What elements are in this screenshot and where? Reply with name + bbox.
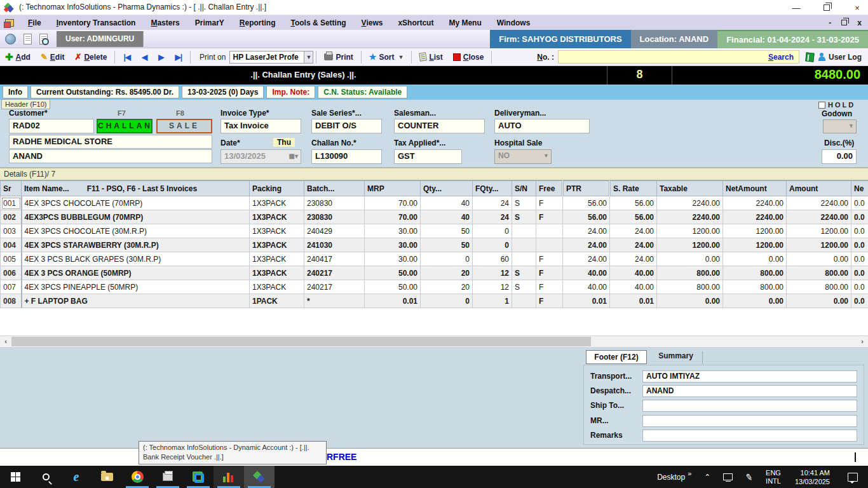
date-input[interactable]: 13/03/2025▦▾ [220, 149, 301, 164]
user-log-button[interactable]: User Log [829, 53, 868, 62]
hold-checkbox[interactable]: HOLD [818, 101, 855, 109]
pen-icon[interactable]: ✎ [738, 470, 760, 484]
cn-status-badge[interactable]: C.N. Status: Available [318, 86, 407, 98]
restore-button-icon[interactable] [824, 4, 830, 11]
list-button[interactable]: List [414, 53, 447, 62]
new-document-icon[interactable] [24, 34, 32, 44]
calendar-icon[interactable]: ▦▾ [289, 152, 298, 159]
important-note-badge[interactable]: Imp. Note: [266, 86, 315, 98]
column-header[interactable]: Ne [851, 181, 868, 196]
challan-no-input[interactable]: L130090 [311, 149, 382, 164]
column-header[interactable]: MRP [365, 181, 421, 196]
nav-last-button[interactable]: ▶| [170, 53, 188, 62]
user-log-person-icon[interactable] [818, 53, 826, 61]
toolbar-overflow-chevron-icon[interactable]: » [686, 470, 698, 477]
menu-masters[interactable]: Masters [143, 18, 187, 27]
nav-first-button[interactable]: |◀ [118, 53, 136, 62]
column-header[interactable]: S. Rate [610, 181, 657, 196]
menu-primary[interactable]: PrimarY [187, 18, 232, 27]
menu-xshortcut[interactable]: xShortcut [390, 18, 441, 27]
horizontal-scrollbar[interactable]: ‹ › [0, 336, 868, 347]
column-header[interactable]: Free [536, 181, 563, 196]
menu-file[interactable]: File [20, 18, 49, 27]
table-row[interactable]: 008+ F LAPTOP BAG1PACK*0.0101F0.010.010.… [1, 294, 868, 308]
mdi-close-icon[interactable]: x [857, 18, 862, 27]
table-row[interactable]: 0024EX3PCS BUBBLEGUM (70MRP)1X3PACK23083… [1, 210, 868, 224]
transport-input[interactable]: AUTO IMTIYAZ [642, 370, 857, 383]
search-button[interactable]: Search [763, 53, 799, 62]
network-icon[interactable] [723, 473, 733, 480]
close-form-button[interactable]: Close [448, 53, 489, 62]
godown-select[interactable]: ▼ [823, 119, 857, 133]
salesman-input[interactable]: COUNTER [394, 119, 485, 133]
scroll-left-icon[interactable]: ‹ [0, 336, 11, 347]
start-button[interactable] [0, 466, 31, 488]
column-header[interactable]: FQty... [473, 181, 512, 196]
print-button[interactable]: Print [319, 53, 358, 62]
menu-tools-setting[interactable]: Tools & Setting [283, 18, 353, 27]
globe-icon[interactable] [5, 34, 16, 44]
taskbar-chrome-button[interactable] [122, 466, 153, 488]
discount-input[interactable]: 0.00 [822, 149, 857, 164]
menu-reporting[interactable]: Reporting [232, 18, 283, 27]
language-indicator[interactable]: ENG INTL [759, 469, 787, 485]
book-icon[interactable] [805, 52, 814, 62]
invoice-type-input[interactable]: Tax Invoice [220, 119, 301, 133]
taskbar-printer-app-button[interactable] [153, 466, 183, 488]
close-button-icon[interactable]: × [851, 3, 863, 13]
tax-applied-input[interactable]: GST [394, 149, 462, 164]
table-row[interactable]: 0014EX 3PCS CHOCOLATE (70MRP)1X3PACK2308… [1, 196, 868, 210]
deliveryman-input[interactable]: AUTO [494, 119, 590, 133]
mdi-restore-icon[interactable] [841, 20, 847, 25]
mr-input[interactable] [642, 415, 857, 427]
nav-next-button[interactable]: ▶ [153, 53, 169, 62]
mdi-minimize-icon[interactable]: - [829, 18, 831, 27]
customer-code-input[interactable]: RAD02 [9, 119, 94, 133]
desktop-toolbar-label[interactable]: Desktop [657, 473, 686, 482]
table-row[interactable]: 0034EX 3PCS CHOCOLATE (30M.R.P)1X3PACK24… [1, 224, 868, 238]
menu-my-menu[interactable]: My Menu [441, 18, 489, 27]
printer-select-caret-icon[interactable]: ▼ [304, 51, 313, 64]
menu-inventory-transaction[interactable]: Inventory Transaction [49, 18, 144, 27]
remarks-input[interactable] [642, 430, 857, 442]
despatch-input[interactable]: ANAND [642, 385, 857, 397]
column-header[interactable]: Taxable [657, 181, 723, 196]
taskbar-pharma-app-button[interactable] [244, 466, 275, 488]
ship-to-input[interactable] [642, 400, 857, 412]
taskbar-explorer-button[interactable] [92, 466, 122, 488]
column-header[interactable]: Qty... [421, 181, 473, 196]
show-hidden-icons-button[interactable]: ⌃ [698, 473, 717, 482]
customer-name-input[interactable]: RADHE MEDICAL STORE [9, 135, 212, 149]
column-header[interactable]: S/N [512, 181, 536, 196]
column-header[interactable]: Packing [250, 181, 304, 196]
column-header[interactable]: Sr [1, 181, 22, 196]
number-search-input[interactable] [559, 53, 763, 62]
checkbox-icon[interactable] [818, 102, 825, 109]
taskbar-chart-app-button[interactable] [214, 466, 244, 488]
tab-info[interactable]: Info [3, 86, 28, 98]
table-row[interactable]: 0064EX 3 PCS ORANGE (50MRP)1X3PACK240217… [1, 266, 868, 280]
mdi-child-icon[interactable] [5, 19, 14, 27]
menu-views[interactable]: Views [354, 18, 391, 27]
tab-footer-f12[interactable]: Footer (F12) [586, 350, 647, 364]
column-header[interactable]: PTR [563, 181, 610, 196]
minimize-button-icon[interactable]: — [790, 3, 802, 13]
scrollbar-thumb[interactable] [11, 337, 591, 346]
column-header[interactable]: NetAmount [723, 181, 787, 196]
scroll-right-icon[interactable]: › [857, 336, 868, 347]
sort-button[interactable]: ★Sort▼ [364, 52, 409, 62]
print-preview-icon[interactable] [39, 34, 48, 44]
nav-prev-button[interactable]: ◀ [136, 53, 153, 62]
tab-summary[interactable]: Summary [649, 351, 703, 364]
table-row[interactable]: 0044EX 3PCS STARAWBERRY (30M.R.P)1X3PACK… [1, 238, 868, 252]
column-header[interactable]: Batch... [304, 181, 365, 196]
menu-windows[interactable]: Windows [489, 18, 538, 27]
action-center-icon[interactable] [848, 473, 858, 482]
hospital-sale-select[interactable]: NO▼ [494, 149, 552, 164]
customer-city-input[interactable]: ANAND [9, 149, 212, 163]
delete-button[interactable]: ✗Delete [70, 52, 112, 62]
table-row[interactable]: 0074EX 3PCS PINEAPPLE (50MRP)1X3PACK2402… [1, 280, 868, 294]
taskbar-search-button[interactable] [31, 466, 61, 488]
clock[interactable]: 10:41 AM 13/03/2025 [787, 468, 837, 486]
taskbar-ie-button[interactable]: e [61, 466, 92, 488]
